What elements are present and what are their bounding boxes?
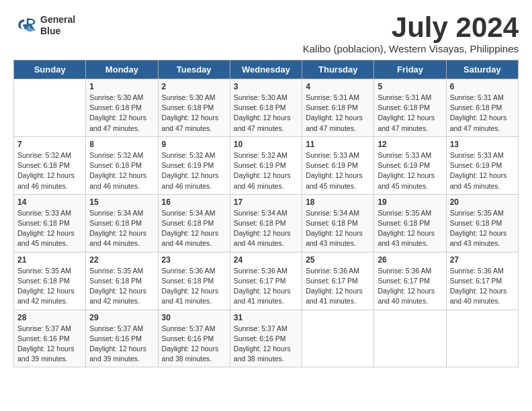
header-friday: Friday (374, 60, 446, 79)
calendar-cell (446, 310, 518, 367)
day-number: 8 (89, 140, 154, 149)
day-info: Sunrise: 5:32 AMSunset: 6:18 PMDaylight:… (89, 150, 154, 191)
calendar-cell: 7 Sunrise: 5:32 AMSunset: 6:18 PMDayligh… (14, 136, 86, 194)
calendar-week-row: 21 Sunrise: 5:35 AMSunset: 6:18 PMDaylig… (14, 252, 519, 310)
calendar-cell: 3 Sunrise: 5:30 AMSunset: 6:18 PMDayligh… (230, 79, 302, 137)
day-info: Sunrise: 5:36 AMSunset: 6:17 PMDaylight:… (378, 266, 442, 307)
day-info: Sunrise: 5:36 AMSunset: 6:18 PMDaylight:… (162, 266, 226, 307)
day-number: 5 (378, 82, 442, 91)
calendar-week-row: 7 Sunrise: 5:32 AMSunset: 6:18 PMDayligh… (14, 136, 519, 194)
day-info: Sunrise: 5:30 AMSunset: 6:18 PMDaylight:… (89, 93, 154, 134)
day-info: Sunrise: 5:30 AMSunset: 6:18 PMDaylight:… (162, 93, 226, 134)
calendar-cell: 16 Sunrise: 5:34 AMSunset: 6:18 PMDaylig… (158, 194, 230, 252)
calendar-cell: 10 Sunrise: 5:32 AMSunset: 6:19 PMDaylig… (230, 136, 302, 194)
day-number: 9 (162, 140, 226, 149)
calendar-cell: 14 Sunrise: 5:33 AMSunset: 6:18 PMDaylig… (14, 194, 86, 252)
day-info: Sunrise: 5:32 AMSunset: 6:19 PMDaylight:… (234, 150, 298, 191)
day-number: 17 (234, 197, 298, 207)
calendar-cell: 11 Sunrise: 5:33 AMSunset: 6:19 PMDaylig… (302, 136, 374, 194)
day-info: Sunrise: 5:37 AMSunset: 6:16 PMDaylight:… (17, 324, 82, 365)
day-info: Sunrise: 5:36 AMSunset: 6:17 PMDaylight:… (450, 266, 515, 307)
day-number: 25 (306, 255, 370, 265)
calendar-cell: 29 Sunrise: 5:37 AMSunset: 6:16 PMDaylig… (86, 310, 158, 367)
header-saturday: Saturday (446, 60, 518, 79)
day-number: 6 (450, 82, 515, 91)
calendar-cell: 30 Sunrise: 5:37 AMSunset: 6:16 PMDaylig… (158, 310, 230, 367)
day-info: Sunrise: 5:31 AMSunset: 6:18 PMDaylight:… (450, 93, 515, 134)
day-number: 15 (89, 197, 154, 207)
calendar-cell: 8 Sunrise: 5:32 AMSunset: 6:18 PMDayligh… (86, 136, 158, 194)
day-info: Sunrise: 5:36 AMSunset: 6:17 PMDaylight:… (234, 266, 298, 307)
day-number: 11 (306, 140, 370, 149)
calendar-week-row: 14 Sunrise: 5:33 AMSunset: 6:18 PMDaylig… (14, 194, 519, 252)
day-number: 28 (17, 313, 82, 322)
day-number: 7 (17, 140, 82, 149)
calendar-cell: 19 Sunrise: 5:35 AMSunset: 6:18 PMDaylig… (374, 194, 446, 252)
calendar-table: SundayMondayTuesdayWednesdayThursdayFrid… (13, 60, 519, 367)
calendar-week-row: 1 Sunrise: 5:30 AMSunset: 6:18 PMDayligh… (14, 79, 519, 137)
calendar-cell: 18 Sunrise: 5:34 AMSunset: 6:18 PMDaylig… (302, 194, 374, 252)
day-number: 31 (234, 313, 298, 322)
day-info: Sunrise: 5:33 AMSunset: 6:19 PMDaylight:… (306, 150, 370, 191)
day-info: Sunrise: 5:34 AMSunset: 6:18 PMDaylight:… (89, 208, 154, 249)
calendar-cell: 2 Sunrise: 5:30 AMSunset: 6:18 PMDayligh… (158, 79, 230, 137)
title-block: July 2024 Kalibo (poblacion), Western Vi… (303, 13, 519, 54)
day-info: Sunrise: 5:37 AMSunset: 6:16 PMDaylight:… (89, 324, 154, 365)
calendar-cell (374, 310, 446, 367)
calendar-week-row: 28 Sunrise: 5:37 AMSunset: 6:16 PMDaylig… (14, 310, 519, 367)
day-info: Sunrise: 5:36 AMSunset: 6:17 PMDaylight:… (306, 266, 370, 307)
day-info: Sunrise: 5:33 AMSunset: 6:19 PMDaylight:… (378, 150, 442, 191)
day-number: 26 (378, 255, 442, 265)
header-wednesday: Wednesday (230, 60, 302, 79)
calendar-cell: 24 Sunrise: 5:36 AMSunset: 6:17 PMDaylig… (230, 252, 302, 310)
day-info: Sunrise: 5:32 AMSunset: 6:18 PMDaylight:… (17, 150, 82, 191)
day-info: Sunrise: 5:30 AMSunset: 6:18 PMDaylight:… (234, 93, 298, 134)
calendar-cell: 25 Sunrise: 5:36 AMSunset: 6:17 PMDaylig… (302, 252, 374, 310)
day-number: 13 (450, 140, 515, 149)
page-header: General Blue July 2024 Kalibo (poblacion… (13, 13, 519, 54)
calendar-cell: 13 Sunrise: 5:33 AMSunset: 6:19 PMDaylig… (446, 136, 518, 194)
header-monday: Monday (86, 60, 158, 79)
day-number: 16 (162, 197, 226, 207)
day-info: Sunrise: 5:34 AMSunset: 6:18 PMDaylight:… (306, 208, 370, 249)
day-info: Sunrise: 5:35 AMSunset: 6:18 PMDaylight:… (17, 266, 82, 307)
day-info: Sunrise: 5:33 AMSunset: 6:18 PMDaylight:… (17, 208, 82, 249)
calendar-cell: 23 Sunrise: 5:36 AMSunset: 6:18 PMDaylig… (158, 252, 230, 310)
day-info: Sunrise: 5:37 AMSunset: 6:16 PMDaylight:… (234, 324, 298, 365)
calendar-cell: 4 Sunrise: 5:31 AMSunset: 6:18 PMDayligh… (302, 79, 374, 137)
calendar-cell: 5 Sunrise: 5:31 AMSunset: 6:18 PMDayligh… (374, 79, 446, 137)
logo-icon (13, 13, 38, 38)
day-number: 14 (17, 197, 82, 207)
day-number: 12 (378, 140, 442, 149)
calendar-header-row: SundayMondayTuesdayWednesdayThursdayFrid… (14, 60, 519, 79)
calendar-cell: 17 Sunrise: 5:34 AMSunset: 6:18 PMDaylig… (230, 194, 302, 252)
header-tuesday: Tuesday (158, 60, 230, 79)
day-info: Sunrise: 5:34 AMSunset: 6:18 PMDaylight:… (162, 208, 226, 249)
day-info: Sunrise: 5:31 AMSunset: 6:18 PMDaylight:… (306, 93, 370, 134)
calendar-cell: 6 Sunrise: 5:31 AMSunset: 6:18 PMDayligh… (446, 79, 518, 137)
title-month: July 2024 (303, 13, 519, 42)
day-info: Sunrise: 5:35 AMSunset: 6:18 PMDaylight:… (450, 208, 515, 249)
calendar-cell: 12 Sunrise: 5:33 AMSunset: 6:19 PMDaylig… (374, 136, 446, 194)
day-number: 23 (162, 255, 226, 265)
day-info: Sunrise: 5:31 AMSunset: 6:18 PMDaylight:… (378, 93, 442, 134)
logo: General Blue (13, 13, 75, 38)
header-sunday: Sunday (14, 60, 86, 79)
day-info: Sunrise: 5:33 AMSunset: 6:19 PMDaylight:… (450, 150, 515, 191)
day-number: 2 (162, 82, 226, 91)
calendar-cell: 27 Sunrise: 5:36 AMSunset: 6:17 PMDaylig… (446, 252, 518, 310)
day-info: Sunrise: 5:34 AMSunset: 6:18 PMDaylight:… (234, 208, 298, 249)
day-number: 30 (162, 313, 226, 322)
calendar-cell: 20 Sunrise: 5:35 AMSunset: 6:18 PMDaylig… (446, 194, 518, 252)
day-number: 21 (17, 255, 82, 265)
day-number: 24 (234, 255, 298, 265)
day-number: 22 (89, 255, 154, 265)
title-location: Kalibo (poblacion), Western Visayas, Phi… (303, 43, 519, 54)
day-number: 1 (89, 82, 154, 91)
day-number: 10 (234, 140, 298, 149)
calendar-cell: 22 Sunrise: 5:35 AMSunset: 6:18 PMDaylig… (86, 252, 158, 310)
day-number: 27 (450, 255, 515, 265)
day-info: Sunrise: 5:32 AMSunset: 6:19 PMDaylight:… (162, 150, 226, 191)
day-number: 3 (234, 82, 298, 91)
day-number: 20 (450, 197, 515, 207)
